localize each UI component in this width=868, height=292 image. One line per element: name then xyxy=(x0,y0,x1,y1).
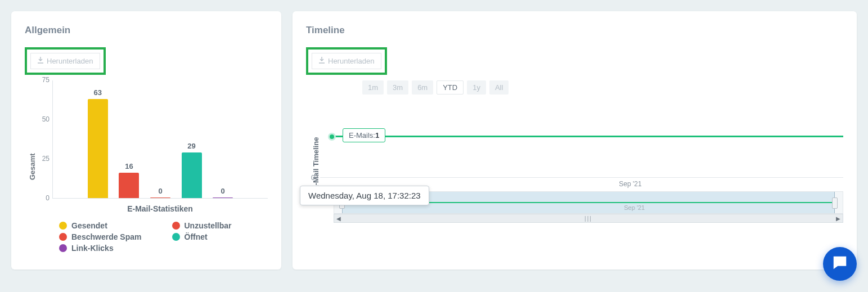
bar-slot: 16 xyxy=(118,162,141,198)
legend-item[interactable]: Gesendet xyxy=(59,221,155,230)
legend-label: Beschwerde Spam xyxy=(71,232,142,241)
bar-chart-plot: 025507563160290 xyxy=(52,80,268,199)
card-general: Allgemein Herunterladen Gesamt 025507563… xyxy=(11,11,281,269)
download-highlight-timeline: Herunterladen xyxy=(306,47,387,75)
timeline-series-line xyxy=(331,136,843,137)
legend-swatch xyxy=(59,244,67,252)
bar-slot: 63 xyxy=(87,88,109,198)
download-button-timeline[interactable]: Herunterladen xyxy=(312,53,381,69)
scroll-left-icon[interactable]: ◀ xyxy=(334,214,343,222)
card-timeline-title: Timeline xyxy=(306,25,843,36)
bar-value-label: 29 xyxy=(187,142,195,150)
bar[interactable] xyxy=(182,152,202,198)
bar-chart-ytick: 0 xyxy=(34,194,50,202)
legend-label: Link-Klicks xyxy=(71,244,114,253)
bar-chart: Gesamt 025507563160290 E-Mail-Statistike… xyxy=(25,80,268,253)
bar-chart-legend: GesendetUnzustellbarBeschwerde SpamÖffne… xyxy=(59,221,268,253)
range-all[interactable]: All xyxy=(489,80,509,95)
download-highlight-general: Herunterladen xyxy=(25,47,106,75)
legend-item[interactable]: Unzustellbar xyxy=(172,221,268,230)
timeline-scrollbar[interactable]: ◀ ||| ▶ xyxy=(334,214,843,223)
scroll-right-icon[interactable]: ▶ xyxy=(834,214,843,222)
bar-chart-bars: 63160290 xyxy=(53,80,268,198)
chat-fab[interactable] xyxy=(823,247,857,281)
timeline-data-point[interactable] xyxy=(328,133,336,141)
legend-swatch xyxy=(59,222,67,230)
scroll-thumb[interactable]: ||| xyxy=(584,215,592,222)
download-button-general[interactable]: Herunterladen xyxy=(30,53,100,69)
card-timeline: Timeline Herunterladen 1m 3m 6m YTD 1y A… xyxy=(293,11,857,269)
navigator-handle-right[interactable] xyxy=(832,197,838,209)
legend-label: Öffnet xyxy=(185,232,208,241)
timeline-value-tooltip: E-Mails:1 xyxy=(343,128,385,142)
timeline-plot: E-Mails:1 0 Wednesday, Aug 18, 17:32:23 xyxy=(320,105,843,178)
download-icon xyxy=(38,57,43,65)
bar-value-label: 16 xyxy=(125,162,133,170)
range-1m[interactable]: 1m xyxy=(362,80,384,95)
bar-value-label: 63 xyxy=(94,88,102,97)
legend-label: Unzustellbar xyxy=(185,221,232,230)
bar-value-label: 0 xyxy=(221,187,225,195)
bar-chart-ytick: 50 xyxy=(34,115,50,123)
download-button-label: Herunterladen xyxy=(328,57,374,65)
bar-chart-ytick: 75 xyxy=(34,76,50,84)
bar-slot: 0 xyxy=(212,187,234,198)
bar[interactable] xyxy=(88,99,108,198)
bar-chart-ylabel: Gesamt xyxy=(25,80,37,253)
legend-swatch xyxy=(172,222,180,230)
legend-label: Gesendet xyxy=(71,221,107,230)
range-selector: 1m 3m 6m YTD 1y All xyxy=(362,80,843,95)
download-button-label: Herunterladen xyxy=(47,57,93,65)
navigator-xtick: Sep '21 xyxy=(624,204,645,211)
bar[interactable] xyxy=(213,197,233,198)
timeline-xtick: Sep '21 xyxy=(619,180,641,188)
range-ytd[interactable]: YTD xyxy=(437,80,464,95)
chat-icon xyxy=(831,254,848,273)
bar-value-label: 0 xyxy=(158,187,162,195)
timeline-tooltip-label: E-Mails: xyxy=(349,131,375,140)
timeline-date-tooltip: Wednesday, Aug 18, 17:32:23 xyxy=(300,186,429,205)
bar[interactable] xyxy=(150,197,170,198)
timeline-ytick-zero: 0 xyxy=(311,174,315,182)
download-icon xyxy=(319,57,325,65)
bar-chart-ytick: 25 xyxy=(34,155,50,163)
range-6m[interactable]: 6m xyxy=(412,80,433,95)
bar-slot: 29 xyxy=(181,142,203,198)
bar-chart-xlabel: E-Mail-Statistiken xyxy=(52,204,268,213)
card-general-title: Allgemein xyxy=(25,25,268,36)
bar[interactable] xyxy=(119,173,139,198)
legend-swatch xyxy=(59,233,67,241)
legend-swatch xyxy=(172,233,180,241)
range-3m[interactable]: 3m xyxy=(387,80,408,95)
bar-slot: 0 xyxy=(149,187,172,198)
range-1y[interactable]: 1y xyxy=(467,80,486,95)
timeline-tooltip-value: 1 xyxy=(375,131,379,140)
legend-item[interactable]: Link-Klicks xyxy=(59,244,155,253)
legend-item[interactable]: Beschwerde Spam xyxy=(59,232,155,241)
legend-item[interactable]: Öffnet xyxy=(172,232,268,241)
